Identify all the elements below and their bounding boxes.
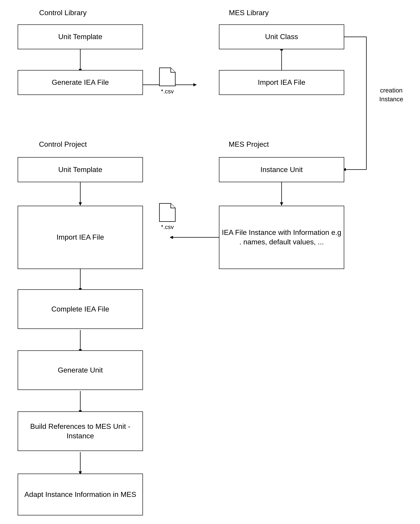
- instance-unit-box: Instance Unit: [219, 157, 344, 182]
- complete-iea-box: Complete IEA File: [18, 289, 143, 329]
- iea-file-instance-box: IEA File Instance with Information e.g .…: [219, 206, 344, 269]
- creation-instance-label: creation Instance: [371, 86, 412, 104]
- control-library-label: Control Library: [18, 9, 108, 17]
- svg-marker-11: [280, 202, 283, 206]
- csv-label-top: *.csv: [161, 88, 174, 95]
- unit-template-mid-box: Unit Template: [18, 157, 143, 182]
- generate-iea-box: Generate IEA File: [18, 70, 143, 95]
- unit-template-top-box: Unit Template: [18, 24, 143, 49]
- import-iea-mid-box: Import IEA File: [18, 206, 143, 269]
- adapt-instance-box: Adapt Instance Information in MES: [18, 474, 143, 515]
- csv-file-icon-mid: *.csv: [158, 202, 176, 231]
- mes-project-label: MES Project: [204, 140, 294, 148]
- diagram-container: Control Library MES Library Control Proj…: [0, 0, 420, 524]
- generate-unit-box: Generate Unit: [18, 350, 143, 390]
- build-references-box: Build References to MES Unit -Instance: [18, 411, 143, 451]
- svg-marker-13: [170, 236, 173, 239]
- import-iea-top-box: Import IEA File: [219, 70, 344, 95]
- svg-marker-15: [79, 202, 82, 206]
- mes-library-label: MES Library: [204, 9, 294, 17]
- unit-class-box: Unit Class: [219, 24, 344, 49]
- csv-file-icon-top: *.csv: [158, 67, 176, 95]
- svg-marker-3: [193, 83, 197, 86]
- csv-label-mid: *.csv: [161, 224, 174, 231]
- control-project-label: Control Project: [18, 140, 108, 148]
